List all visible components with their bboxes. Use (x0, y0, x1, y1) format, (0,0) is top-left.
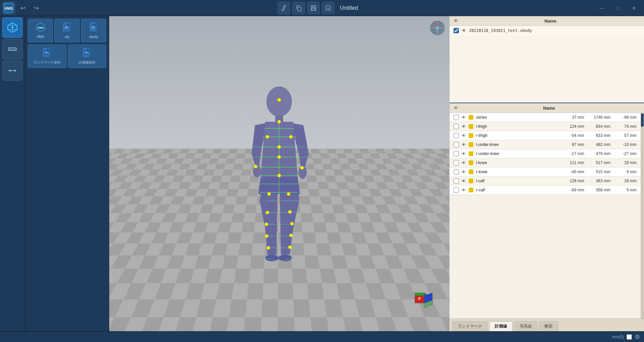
svg-point-68 (267, 192, 271, 196)
landmarks-eye-icon: 👁 (454, 105, 458, 111)
landmark-eye-l-knee[interactable]: 👁 (462, 160, 466, 165)
landmark-eye-l-calf[interactable]: 👁 (462, 179, 466, 184)
landmarks-name-col: Name (458, 106, 640, 111)
nav-cube[interactable]: F (412, 286, 436, 311)
landmark-name-vertex: vertex (476, 115, 558, 120)
landmark-eye-l-under-knee[interactable]: 👁 (462, 142, 466, 147)
tool-copy-button[interactable] (293, 2, 305, 14)
xbody-button[interactable]: xbody (81, 19, 106, 42)
landmark-y-l-thigh: 834 mm (587, 124, 610, 129)
landmark-z-l-calf: 29 mm (613, 179, 637, 183)
scrollbar-thumb[interactable] (641, 113, 644, 127)
landmark-x-r-under-knee: -17 mm (561, 151, 584, 156)
landmark-color-r-thigh (469, 133, 473, 138)
tab-measure[interactable]: 計測値 (489, 321, 513, 331)
svg-point-65 (277, 145, 281, 149)
landmark-checkbox-l-knee[interactable] (454, 160, 459, 165)
sidebar-item-measure[interactable] (2, 39, 23, 59)
tool-link-button[interactable] (278, 2, 290, 14)
tool-export-button[interactable] (322, 2, 334, 14)
import-tools: HMS HMS obj (28, 19, 106, 42)
svg-point-77 (288, 245, 292, 249)
landmark-name-l-under-knee: l-under-knee (476, 142, 558, 147)
file-row: 👁 20220118_193021_test.xbody (449, 26, 644, 35)
svg-point-74 (265, 234, 268, 238)
landmark-eye-r-knee[interactable]: 👁 (462, 169, 466, 175)
landmark-save-button[interactable]: ランドマーク保存 (28, 44, 67, 68)
obj-button[interactable]: obj (54, 19, 80, 42)
minimize-button[interactable]: ─ (594, 3, 609, 13)
file-checkbox[interactable] (454, 28, 459, 33)
landmark-color-vertex (469, 115, 473, 120)
sidebar-item-3d[interactable] (2, 17, 23, 38)
landmark-y-r-calf: 358 mm (587, 188, 610, 192)
titlebar-left: HMS ↩ ↪ (3, 2, 42, 14)
landmarks-table: 👁 vertex 37 mm 1746 mm -98 mm 👁 l-thigh … (449, 113, 641, 318)
bottom-tabs: ランドマーク 計測値 等高線 断面 (449, 318, 644, 331)
landmarks-panel: 👁 Name 👁 vertex 37 mm 1746 mm -98 mm 👁 l… (449, 103, 644, 331)
landmark-row: 👁 l-knee 111 mm 517 mm 29 mm (449, 158, 641, 167)
landmark-y-vertex: 1746 mm (587, 115, 610, 120)
landmark-z-vertex: -98 mm (613, 115, 637, 120)
landmark-row: 👁 r-knee -45 mm 515 mm 9 mm (449, 167, 641, 177)
svg-point-64 (289, 135, 293, 139)
landmark-name-l-calf: l-calf (476, 179, 558, 183)
svg-marker-20 (14, 69, 16, 72)
landmark-checkbox-l-under-knee[interactable] (454, 142, 459, 147)
landmark-eye-vertex[interactable]: 👁 (462, 115, 466, 120)
landmark-save-icon (42, 48, 52, 59)
file-eye-icon[interactable]: 👁 (462, 28, 466, 33)
titlebar-right: ─ □ ✕ (594, 3, 641, 13)
maximize-button[interactable]: □ (610, 3, 625, 13)
landmark-y-l-knee: 517 mm (587, 160, 610, 165)
landmark-checkbox-vertex[interactable] (454, 115, 459, 120)
compass-widget[interactable] (429, 20, 446, 38)
landmark-color-l-knee (469, 160, 473, 165)
landmark-checkbox-r-thigh[interactable] (454, 133, 459, 138)
svg-rect-6 (312, 8, 315, 10)
status-checkbox[interactable] (627, 334, 632, 340)
redo-button[interactable]: ↪ (31, 3, 42, 13)
file-panel-eye-icon: 👁 (454, 18, 458, 24)
landmark-x-l-calf: 128 mm (561, 179, 584, 183)
landmark-checkbox-l-thigh[interactable] (454, 124, 459, 129)
landmark-eye-r-thigh[interactable]: 👁 (462, 133, 466, 138)
hms-button[interactable]: HMS HMS (28, 19, 53, 42)
file-panel-empty-area (449, 35, 644, 103)
svg-text:HMS: HMS (5, 6, 13, 10)
tab-contour[interactable]: 等高線 (514, 321, 538, 331)
landmark-eye-r-under-knee[interactable]: 👁 (462, 151, 466, 156)
tool-panel: HMS HMS obj (25, 16, 109, 331)
landmark-checkbox-l-calf[interactable] (454, 178, 459, 184)
hms-icon: HMS (36, 22, 46, 34)
file-name: 20220118_193021_test.xbody (469, 28, 532, 33)
viewport-figure-overlay (109, 16, 449, 331)
landmark-checkbox-r-under-knee[interactable] (454, 151, 459, 156)
landmark-checkbox-r-calf[interactable] (454, 187, 459, 193)
scrollbar-track[interactable] (641, 113, 644, 318)
file-panel-header: 👁 Name (449, 16, 644, 26)
landmark-y-r-under-knee: 479 mm (587, 151, 610, 156)
landmark-z-r-thigh: 57 mm (613, 133, 637, 138)
tab-landmark[interactable]: ランドマーク (452, 321, 488, 331)
landmark-eye-l-thigh[interactable]: 👁 (462, 124, 466, 129)
landmarks-header: 👁 Name (449, 103, 644, 113)
file-panel: 👁 Name 👁 20220118_193021_test.xbody (449, 16, 644, 103)
svg-point-72 (265, 223, 268, 226)
tool-save-button[interactable] (307, 2, 319, 14)
svg-rect-5 (312, 6, 315, 7)
undo-button[interactable]: ↩ (17, 3, 28, 13)
status-settings-icon[interactable]: ⚙ (635, 333, 640, 341)
sidebar-item-arrow[interactable] (2, 61, 23, 81)
tab-section[interactable]: 断面 (539, 321, 558, 331)
left-sidebar (0, 16, 25, 331)
landmark-eye-r-calf[interactable]: 👁 (462, 188, 466, 193)
svg-point-83 (436, 27, 439, 29)
landmark-x-r-calf: -69 mm (561, 188, 584, 192)
svg-point-62 (277, 120, 281, 123)
landmark-checkbox-r-knee[interactable] (454, 169, 459, 175)
svg-point-61 (277, 98, 281, 102)
measure-save-button[interactable]: 計測値保存 (68, 44, 106, 68)
close-button[interactable]: ✕ (627, 3, 641, 13)
3d-viewport[interactable]: F (109, 16, 449, 331)
